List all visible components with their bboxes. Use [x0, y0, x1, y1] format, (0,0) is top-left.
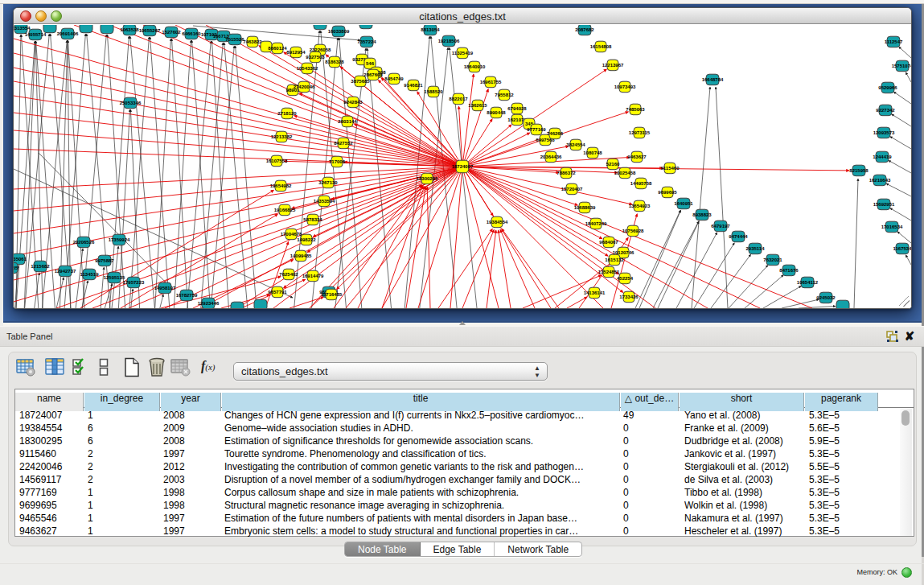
svg-text:9245032: 9245032	[816, 295, 836, 300]
svg-text:14495758: 14495758	[630, 181, 652, 186]
svg-text:7357224: 7357224	[357, 39, 376, 44]
svg-text:8938823: 8938823	[692, 212, 712, 217]
svg-text:1134519: 1134519	[80, 272, 99, 277]
svg-text:1640951: 1640951	[674, 201, 693, 206]
svg-text:6794028: 6794028	[507, 106, 527, 111]
svg-text:9657791: 9657791	[268, 290, 287, 295]
svg-text:3267130: 3267130	[318, 180, 338, 185]
svg-text:10756928: 10756928	[622, 229, 644, 233]
svg-text:9975887: 9975887	[95, 258, 114, 263]
svg-text:19654982: 19654982	[270, 183, 292, 188]
svg-text:19166825: 19166825	[274, 208, 296, 212]
svg-text:9227342: 9227342	[876, 108, 895, 113]
svg-text:17957223: 17957223	[123, 280, 145, 285]
svg-text:25053346: 25053346	[120, 101, 142, 105]
svg-text:14353594: 14353594	[314, 199, 335, 204]
svg-text:18724007: 18724007	[452, 164, 474, 169]
svg-text:1588520: 1588520	[424, 89, 443, 94]
svg-text:452254: 452254	[617, 276, 634, 281]
svg-text:18407249: 18407249	[585, 221, 607, 226]
svg-text:7515526: 7515526	[225, 37, 244, 42]
svg-text:12213967: 12213967	[602, 63, 624, 68]
svg-text:20691406: 20691406	[57, 31, 79, 36]
svg-text:1527602: 1527602	[162, 30, 181, 35]
svg-text:9115460: 9115460	[660, 166, 680, 171]
svg-text:14136141: 14136141	[584, 290, 606, 295]
svg-text:746266: 746266	[547, 131, 564, 136]
svg-text:39155: 39155	[14, 266, 18, 270]
svg-text:2087682: 2087682	[575, 27, 594, 32]
svg-text:2935114: 2935114	[745, 246, 765, 251]
svg-text:2313554: 2313554	[14, 26, 31, 31]
svg-text:10973493: 10973493	[614, 84, 636, 89]
svg-text:9327503: 9327503	[306, 55, 325, 60]
svg-text:8660124: 8660124	[268, 46, 287, 51]
svg-text:12923446: 12923446	[198, 301, 220, 306]
svg-text:3875685: 3875685	[351, 79, 370, 84]
svg-text:17359924: 17359924	[109, 237, 130, 242]
svg-text:9699695: 9699695	[658, 190, 677, 195]
svg-text:3824554: 3824554	[566, 142, 585, 147]
svg-text:16154808: 16154808	[590, 44, 612, 49]
svg-text:14099485: 14099485	[290, 253, 312, 258]
svg-text:8912954: 8912954	[286, 50, 306, 55]
svg-text:6479197: 6479197	[711, 224, 730, 229]
svg-text:16210643: 16210643	[869, 178, 891, 183]
svg-text:14055714: 14055714	[25, 32, 47, 37]
svg-text:9684067: 9684067	[599, 240, 618, 245]
svg-text:9463627: 9463627	[627, 154, 647, 159]
svg-text:7625402: 7625402	[279, 272, 298, 277]
svg-text:8186328: 8186328	[325, 60, 344, 64]
svg-text:19218506: 19218506	[438, 39, 460, 43]
svg-text:15720407: 15720407	[561, 187, 583, 192]
svg-text:835061: 835061	[14, 257, 27, 262]
svg-text:1112547: 1112547	[885, 39, 903, 44]
svg-text:15692951: 15692951	[873, 202, 895, 207]
svg-text:9146821: 9146821	[404, 83, 423, 88]
svg-text:9777169: 9777169	[527, 127, 546, 132]
svg-text:1733426: 1733426	[619, 295, 639, 299]
svg-text:14958107: 14958107	[154, 286, 176, 290]
svg-text:16648784: 16648784	[702, 77, 724, 82]
svg-text:11325419: 11325419	[452, 51, 474, 56]
svg-text:2718120: 2718120	[277, 111, 297, 116]
svg-text:1063538: 1063538	[120, 27, 139, 32]
svg-text:1244419: 1244419	[873, 154, 892, 159]
svg-text:27420046: 27420046	[294, 84, 315, 89]
svg-text:7886372: 7886372	[556, 171, 576, 175]
svg-text:8813054: 8813054	[421, 27, 440, 32]
svg-text:16782759: 16782759	[176, 293, 198, 298]
svg-text:15716485: 15716485	[321, 292, 343, 297]
svg-text:7632021: 7632021	[763, 257, 782, 262]
svg-text:1167534: 1167534	[893, 246, 911, 251]
svg-text:10025458: 10025458	[614, 171, 636, 175]
svg-text:13524851: 13524851	[598, 270, 620, 274]
svg-text:12093573: 12093573	[873, 130, 895, 135]
svg-text:17004678: 17004678	[281, 232, 302, 237]
svg-text:10543362: 10543362	[297, 66, 318, 71]
svg-text:16914479: 16914479	[302, 274, 324, 278]
svg-text:5878334: 5878334	[303, 217, 322, 222]
svg-text:16033809: 16033809	[328, 29, 350, 34]
svg-text:15751074: 15751074	[892, 64, 911, 68]
svg-text:2603144: 2603144	[338, 119, 357, 124]
svg-text:19384554: 19384554	[487, 220, 508, 225]
svg-text:1615132: 1615132	[605, 257, 624, 262]
svg-text:10654112: 10654112	[797, 280, 819, 285]
svg-text:16107553: 16107553	[266, 159, 288, 163]
svg-text:13654923: 13654923	[629, 204, 651, 208]
svg-text:717006: 717006	[329, 159, 346, 164]
svg-text:1080748: 1080748	[583, 150, 602, 155]
svg-text:20206526: 20206526	[73, 240, 95, 245]
svg-text:10655267: 10655267	[139, 28, 161, 33]
svg-text:7485063: 7485063	[626, 107, 645, 112]
svg-text:6466160: 6466160	[182, 31, 201, 36]
svg-text:8471676: 8471676	[779, 268, 799, 273]
svg-text:20364436: 20364436	[540, 154, 562, 159]
svg-text:18640910: 18640910	[464, 64, 486, 69]
svg-text:8990448: 8990448	[487, 110, 506, 115]
svg-text:10688639: 10688639	[574, 205, 596, 210]
svg-text:52160: 52160	[606, 162, 620, 167]
svg-text:16961755: 16961755	[480, 80, 502, 84]
svg-text:12213382: 12213382	[271, 134, 293, 139]
